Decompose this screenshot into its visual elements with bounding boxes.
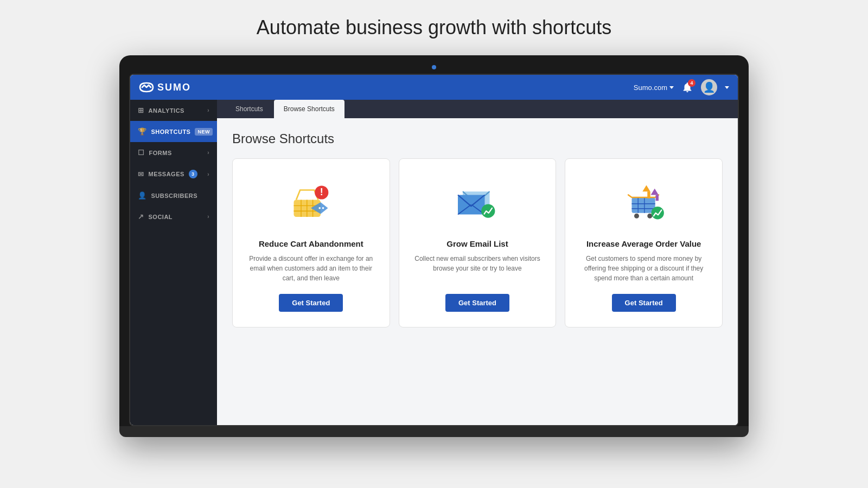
app-body: ⊞ Analytics › 🏆 Shortcuts NEW ☐ Forms › … <box>130 100 738 425</box>
sidebar-item-forms[interactable]: ☐ Forms › <box>130 142 217 163</box>
avatar-chevron-icon <box>725 86 729 89</box>
card-reduce-cart: ! Reduce Cart Abandonment Provide a disc… <box>232 158 390 328</box>
forms-arrow-icon: › <box>207 150 209 156</box>
card-increase-order-title: Increase Average Order Value <box>586 239 701 248</box>
svg-point-14 <box>481 204 495 218</box>
svg-rect-25 <box>655 195 658 201</box>
sidebar-label-forms: Forms <box>149 150 172 156</box>
laptop-camera <box>432 65 436 69</box>
email-icon <box>450 175 505 229</box>
card-increase-order-desc: Get customers to spend more money by off… <box>578 254 709 283</box>
sidebar-label-subscribers: Subscribers <box>151 192 198 199</box>
card-reduce-cart-title: Reduce Cart Abandonment <box>259 239 363 248</box>
header-right: Sumo.com 4 👤 <box>634 79 729 95</box>
page-headline: Automate business growth with shortcuts <box>257 16 611 39</box>
sidebar-item-subscribers[interactable]: 👤 Subscribers <box>130 185 217 206</box>
forms-icon: ☐ <box>138 149 145 157</box>
social-arrow-icon: › <box>207 214 209 220</box>
card-increase-order: Increase Average Order Value Get custome… <box>565 158 723 328</box>
sidebar-item-social[interactable]: ↗ Social › <box>130 206 217 227</box>
messages-icon: ✉ <box>138 170 144 178</box>
messages-count-badge: 3 <box>189 170 197 178</box>
cart-icon: ! <box>284 175 338 229</box>
messages-arrow-icon: › <box>207 171 209 177</box>
content-area: Shortcuts Browse Shortcuts Browse Shortc… <box>217 100 738 425</box>
tab-shortcuts[interactable]: Shortcuts <box>226 100 273 118</box>
svg-point-7 <box>322 207 324 209</box>
sidebar-label-analytics: Analytics <box>149 107 184 114</box>
sidebar-item-shortcuts[interactable]: 🏆 Shortcuts NEW <box>130 121 217 142</box>
app-header: SUMO Sumo.com 4 👤 <box>130 75 738 100</box>
sidebar-label-shortcuts: Shortcuts <box>151 129 191 135</box>
svg-text:!: ! <box>320 187 323 197</box>
sidebar: ⊞ Analytics › 🏆 Shortcuts NEW ☐ Forms › … <box>130 100 217 425</box>
header-site-selector[interactable]: Sumo.com <box>634 84 674 92</box>
sidebar-item-analytics[interactable]: ⊞ Analytics › <box>130 100 217 121</box>
laptop-base <box>119 426 749 437</box>
card-reduce-cart-button[interactable]: Get Started <box>279 294 343 312</box>
logo: SUMO <box>139 82 191 93</box>
laptop-screen: SUMO Sumo.com 4 👤 <box>129 74 739 426</box>
svg-rect-15 <box>631 197 655 213</box>
sidebar-item-messages[interactable]: ✉ Messages 3 › <box>130 163 217 185</box>
card-grow-email-desc: Collect new email subscribers when visit… <box>412 254 543 283</box>
card-grow-email-title: Grow Email List <box>446 239 508 248</box>
card-increase-order-button[interactable]: Get Started <box>612 294 676 312</box>
main-content: Browse Shortcuts <box>217 118 738 425</box>
site-chevron-icon <box>669 86 674 89</box>
subscribers-icon: 👤 <box>138 191 147 200</box>
section-title: Browse Shortcuts <box>232 131 723 146</box>
svg-marker-22 <box>642 185 650 192</box>
shortcuts-new-badge: NEW <box>195 128 213 136</box>
sidebar-label-social: Social <box>149 214 173 220</box>
notifications-button[interactable]: 4 <box>681 81 693 93</box>
logo-text: SUMO <box>157 82 191 93</box>
analytics-arrow-icon: › <box>207 107 209 113</box>
logo-icon <box>139 82 154 93</box>
avatar[interactable]: 👤 <box>701 79 717 95</box>
tabs-bar: Shortcuts Browse Shortcuts <box>217 100 738 118</box>
card-grow-email-button[interactable]: Get Started <box>445 294 509 312</box>
svg-point-20 <box>634 214 639 219</box>
svg-point-26 <box>651 207 663 219</box>
card-grow-email: Grow Email List Collect new email subscr… <box>399 158 557 328</box>
tab-browse-shortcuts[interactable]: Browse Shortcuts <box>274 100 344 118</box>
shortcuts-icon: 🏆 <box>138 127 147 136</box>
laptop-shell: SUMO Sumo.com 4 👤 <box>119 55 749 437</box>
notification-badge: 4 <box>688 79 695 87</box>
analytics-icon: ⊞ <box>138 106 144 114</box>
social-icon: ↗ <box>138 213 144 221</box>
card-reduce-cart-desc: Provide a discount offer in exchange for… <box>246 254 376 283</box>
sidebar-label-messages: Messages <box>149 171 184 177</box>
order-icon <box>617 175 671 229</box>
svg-rect-23 <box>647 191 650 198</box>
svg-marker-24 <box>650 189 658 195</box>
svg-point-6 <box>319 207 321 209</box>
shortcuts-cards-grid: ! Reduce Cart Abandonment Provide a disc… <box>232 158 723 328</box>
